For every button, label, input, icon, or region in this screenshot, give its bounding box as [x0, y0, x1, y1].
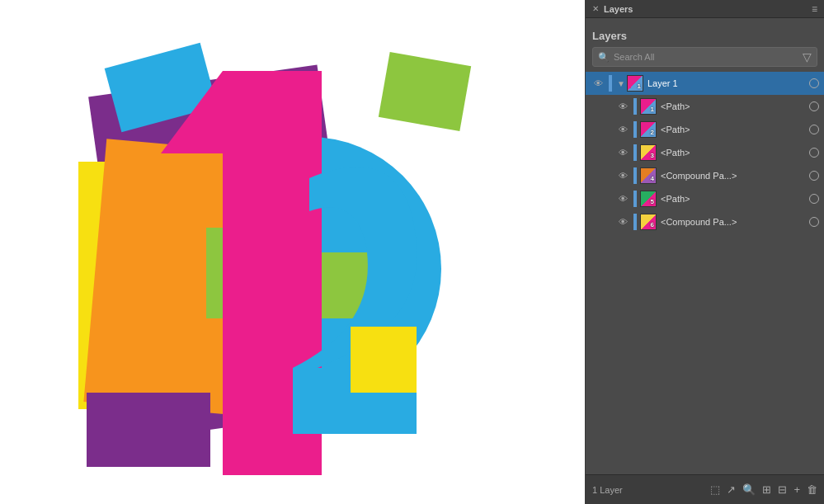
layer-thumb-path5: 5	[640, 191, 657, 207]
layer-name-path5: <Path>	[661, 194, 806, 204]
new-sublayer-icon[interactable]: ⊟	[778, 483, 787, 496]
panel-menu-icon[interactable]: ≡	[812, 3, 817, 15]
new-layer-group-icon[interactable]: ⊞	[762, 483, 771, 496]
panel-footer: 1 Layer ⬚ ↗ 🔍 ⊞ ⊟ + 🗑	[586, 474, 824, 504]
svg-rect-10	[378, 51, 470, 130]
eye-icon-path2[interactable]: 👁	[615, 125, 630, 134]
layer-visibility-layer1[interactable]	[809, 78, 819, 88]
search-icon: 🔍	[598, 52, 610, 63]
canvas-area	[0, 0, 585, 504]
layers-list: 👁 ▼ 1 Layer 1 👁 1 <Path> 👁 2 <Pat	[586, 72, 824, 474]
svg-rect-11	[351, 327, 417, 393]
layer-visibility-compound1[interactable]	[809, 171, 819, 181]
layer-color-bar-compound2	[633, 214, 637, 230]
layer-name-path3: <Path>	[661, 148, 806, 158]
layer-visibility-path3[interactable]	[809, 148, 819, 158]
layer-color-bar-path3	[633, 144, 637, 161]
layer-name-compound2: <Compound Pa...>	[661, 217, 806, 227]
delete-layer-icon[interactable]: 🗑	[807, 483, 817, 496]
panel-title-label: Layers	[604, 4, 633, 14]
eye-icon-path1[interactable]: 👁	[615, 101, 630, 111]
search-input[interactable]	[614, 52, 799, 62]
layer-thumb-layer1: 1	[627, 75, 643, 92]
layer-name-path1: <Path>	[661, 101, 806, 111]
layer-visibility-path5[interactable]	[809, 194, 819, 204]
layer-visibility-path2[interactable]	[809, 125, 819, 134]
layer-row-path5[interactable]: 👁 5 <Path>	[586, 187, 824, 210]
footer-layer-count: 1 Layer	[592, 485, 623, 495]
find-layer-icon[interactable]: 🔍	[742, 483, 756, 496]
filter-icon[interactable]: ▽	[803, 50, 812, 64]
layer-thumb-path2: 2	[640, 121, 657, 138]
eye-icon-compound1[interactable]: 👁	[615, 171, 630, 181]
layer-thumb-path1: 1	[640, 98, 657, 115]
layers-panel: ✕ Layers ≡ Layers 🔍 ▽ 👁 ▼ 1 Layer 1 👁	[585, 0, 824, 504]
eye-icon-path5[interactable]: 👁	[615, 194, 630, 204]
footer-icons: ⬚ ↗ 🔍 ⊞ ⊟ + 🗑	[710, 483, 817, 496]
panel-header-title: Layers	[592, 25, 817, 47]
layer-row-compound2[interactable]: 👁 6 <Compound Pa...>	[586, 210, 824, 233]
eye-icon-layer1[interactable]: 👁	[591, 78, 605, 88]
layer-color-bar-layer1	[609, 75, 612, 92]
export-icon[interactable]: ↗	[727, 483, 736, 496]
layer-name-layer1: Layer 1	[647, 78, 806, 88]
layer-visibility-compound2[interactable]	[809, 217, 819, 227]
layer-color-bar-path5	[633, 191, 637, 207]
eye-icon-compound2[interactable]: 👁	[615, 217, 630, 227]
panel-header: Layers 🔍 ▽	[586, 18, 824, 72]
layer-name-path2: <Path>	[661, 125, 806, 134]
layer-name-compound1: <Compound Pa...>	[661, 171, 806, 181]
panel-close-icon[interactable]: ✕	[592, 4, 599, 13]
layer-color-bar-path1	[633, 98, 637, 115]
layer-visibility-path1[interactable]	[809, 101, 819, 111]
svg-rect-12	[87, 393, 210, 467]
search-bar: 🔍 ▽	[592, 47, 817, 67]
panel-titlebar: ✕ Layers ≡	[586, 0, 824, 18]
layer-thumb-compound1: 4	[640, 167, 657, 184]
layer-row-compound1[interactable]: 👁 4 <Compound Pa...>	[586, 164, 824, 187]
make-layer-icon[interactable]: ⬚	[710, 483, 720, 496]
eye-icon-path3[interactable]: 👁	[615, 148, 630, 158]
layer-row-path1[interactable]: 👁 1 <Path>	[586, 95, 824, 118]
layer-row-path2[interactable]: 👁 2 <Path>	[586, 118, 824, 141]
layer-color-bar-path2	[633, 121, 637, 138]
layer-row-layer1[interactable]: 👁 ▼ 1 Layer 1	[586, 72, 824, 95]
svg-rect-13	[62, 479, 524, 492]
layer-thumb-compound2: 6	[640, 214, 657, 230]
new-layer-icon[interactable]: +	[793, 483, 800, 496]
layer-row-path3[interactable]: 👁 3 <Path>	[586, 141, 824, 164]
layer-expand-layer1[interactable]: ▼	[615, 79, 627, 88]
layer-thumb-path3: 3	[640, 144, 657, 161]
layer-color-bar-compound1	[633, 167, 637, 184]
